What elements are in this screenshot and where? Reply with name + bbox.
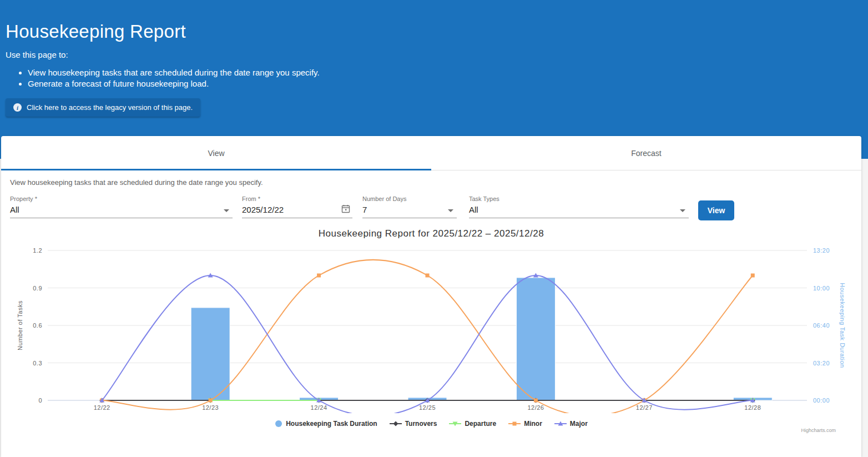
x-axis-label: 12/22 — [94, 404, 110, 411]
from-label: From * — [242, 195, 352, 202]
property-label: Property * — [10, 195, 233, 202]
left-axis-tick: 0.9 — [33, 285, 42, 292]
chevron-down-icon[interactable] — [448, 209, 453, 212]
left-axis-tick: 0.3 — [33, 360, 42, 366]
left-axis-tick: 0.6 — [33, 322, 42, 329]
page-intro: Use this page to: — [6, 50, 862, 59]
page-title: Housekeeping Report — [6, 21, 862, 42]
legacy-version-button-label: Click here to access the legacy version … — [27, 103, 193, 112]
legend-marker-triangle — [554, 420, 567, 427]
legacy-version-button[interactable]: i Click here to access the legacy versio… — [6, 98, 200, 117]
chart-svg: 00.30.60.91.200:0003:2006:4010:0013:2012… — [1, 244, 847, 413]
right-axis-tick: 13:20 — [813, 247, 830, 254]
duration-bar[interactable] — [516, 278, 555, 400]
tab-bar: View Forecast — [1, 136, 861, 170]
task-types-select[interactable]: Task Types All — [469, 195, 689, 218]
number-of-days-value: 7 — [362, 205, 457, 214]
from-value: 2025/12/22 — [242, 205, 352, 214]
from-date-input[interactable]: From * 2025/12/22 — [242, 195, 352, 218]
active-tab-indicator — [1, 169, 431, 170]
left-axis-title: Number of Tasks — [17, 300, 23, 350]
right-axis-tick: 10:00 — [813, 285, 830, 292]
highcharts-credits[interactable]: Highcharts.com — [801, 428, 836, 433]
right-axis-title: Housekeeping Task Duration — [839, 283, 846, 368]
tab-view-label: View — [208, 149, 224, 158]
housekeeping-chart: Housekeeping Report for 2025/12/22 – 202… — [1, 228, 861, 431]
chart-legend: Housekeeping Task DurationTurnoversDepar… — [1, 416, 861, 431]
legend-item-turnovers[interactable]: Turnovers — [390, 420, 437, 428]
tab-view[interactable]: View — [1, 136, 431, 170]
filter-row: Property * All From * 2025/12/22 Number … — [10, 195, 852, 220]
calendar-icon[interactable] — [341, 204, 350, 213]
legend-marker-triangle-down — [449, 420, 461, 427]
x-axis-label: 12/26 — [527, 404, 544, 411]
report-card: View Forecast View housekeeping tasks th… — [1, 136, 861, 457]
number-of-days-select[interactable]: Number of Days 7 — [362, 195, 457, 218]
legend-item-minor[interactable]: Minor — [508, 420, 542, 428]
legend-label: Minor — [524, 420, 542, 428]
duration-bar[interactable] — [191, 308, 230, 400]
right-axis-tick: 06:40 — [813, 322, 830, 329]
chart-plot-area: 00.30.60.91.200:0003:2006:4010:0013:2012… — [1, 244, 861, 413]
property-select[interactable]: Property * All — [10, 195, 233, 218]
right-axis-tick: 03:20 — [813, 360, 830, 366]
legend-label: Turnovers — [405, 420, 437, 428]
view-button[interactable]: View — [698, 200, 734, 220]
intro-bullet-list: View housekeeping tasks that are schedul… — [6, 67, 862, 89]
x-axis-label: 12/28 — [744, 404, 761, 411]
bullet-generate-forecast: Generate a forecast of future housekeepi… — [28, 78, 862, 89]
legend-marker-diamond — [390, 420, 402, 427]
legend-label: Housekeeping Task Duration — [286, 420, 377, 428]
x-axis-label: 12/25 — [419, 404, 436, 411]
info-icon: i — [13, 103, 22, 112]
legend-marker-circle — [275, 420, 282, 428]
legend-label: Departure — [465, 420, 496, 428]
chevron-down-icon[interactable] — [224, 209, 229, 212]
x-axis-label: 12/27 — [636, 404, 653, 411]
tab-forecast[interactable]: Forecast — [431, 136, 861, 170]
x-axis-label: 12/23 — [202, 404, 219, 411]
left-axis-tick: 0 — [38, 397, 42, 404]
view-tab-description: View housekeeping tasks that are schedul… — [10, 178, 861, 187]
property-value: All — [10, 205, 233, 214]
task-types-value: All — [469, 205, 689, 214]
task-types-label: Task Types — [469, 195, 689, 202]
chart-title: Housekeeping Report for 2025/12/22 – 202… — [1, 228, 861, 242]
legend-item-housekeeping-task-duration[interactable]: Housekeeping Task Duration — [275, 420, 377, 428]
chevron-down-icon[interactable] — [680, 209, 685, 212]
legend-item-departure[interactable]: Departure — [449, 420, 496, 428]
bullet-view-tasks: View housekeeping tasks that are schedul… — [28, 67, 862, 78]
tab-forecast-label: Forecast — [631, 149, 661, 158]
legend-marker-square — [508, 420, 521, 427]
x-axis-label: 12/24 — [311, 404, 327, 411]
right-axis-tick: 00:00 — [813, 397, 830, 404]
legend-label: Major — [570, 420, 588, 428]
number-of-days-label: Number of Days — [362, 195, 457, 202]
page-header: Housekeeping Report Use this page to: Vi… — [0, 0, 868, 159]
legend-item-major[interactable]: Major — [554, 420, 588, 428]
left-axis-tick: 1.2 — [33, 247, 42, 254]
